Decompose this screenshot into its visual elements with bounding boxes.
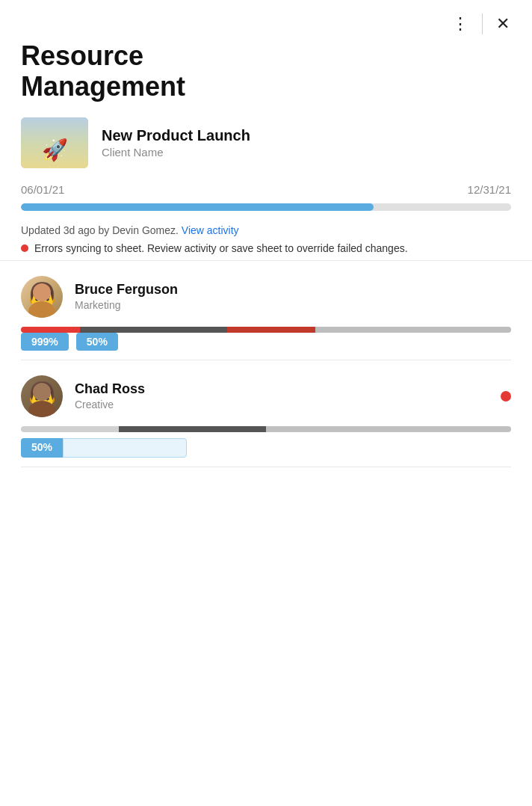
bar-seg-mdark — [119, 426, 266, 432]
project-image — [21, 117, 88, 168]
progress-bar-container — [0, 203, 532, 215]
resource-header-chad: 👨 Chad Ross Creative — [21, 375, 511, 417]
resource-management-panel: ⋮ ✕ Resource Management New Product Laun… — [0, 0, 532, 806]
error-row: Errors syncing to sheet. Review activity… — [21, 242, 511, 254]
bar-seg-red-1 — [21, 327, 80, 333]
badge-bruce-1: 999% — [21, 333, 69, 351]
resource-section: 👨 Bruce Ferguson Marketing 999% 50% — [0, 261, 532, 467]
badge-bruce-2: 50% — [76, 333, 118, 351]
date-row: 06/01/21 12/31/21 — [0, 180, 532, 203]
badge-chad-empty — [63, 438, 187, 458]
resource-item-chad: 👨 Chad Ross Creative 50% — [21, 360, 511, 467]
alloc-badges-bruce: 999% 50% — [21, 333, 511, 351]
project-name: New Product Launch — [102, 127, 250, 144]
project-info: New Product Launch Client Name — [102, 127, 250, 159]
end-date: 12/31/21 — [468, 183, 511, 196]
resource-dept-bruce: Marketing — [75, 299, 178, 311]
resource-header-bruce: 👨 Bruce Ferguson Marketing — [21, 276, 511, 318]
error-indicator-dot — [21, 244, 28, 252]
progress-track — [21, 203, 511, 211]
panel-title: Resource Management — [21, 40, 511, 102]
activity-section: Updated 3d ago by Devin Gomez. View acti… — [0, 215, 532, 261]
resource-item-bruce: 👨 Bruce Ferguson Marketing 999% 50% — [21, 261, 511, 360]
view-activity-link[interactable]: View activity — [182, 224, 239, 236]
progress-fill — [21, 203, 374, 211]
alloc-bar-bruce — [21, 327, 511, 333]
bar-seg-gray-1 — [315, 327, 511, 333]
bar-seg-dark-1 — [80, 327, 227, 333]
badge-chad-row: 50% — [21, 438, 511, 458]
resource-name-chad: Chad Ross — [75, 381, 145, 397]
bar-seg-lgray-2 — [266, 426, 511, 432]
updated-text: Updated 3d ago by Devin Gomez. — [21, 224, 179, 236]
panel-title-section: Resource Management — [0, 34, 532, 117]
project-thumbnail — [21, 117, 88, 168]
resource-info-chad: Chad Ross Creative — [75, 381, 145, 410]
more-menu-button[interactable]: ⋮ — [448, 14, 473, 34]
bar-seg-red-2 — [227, 327, 315, 333]
error-text: Errors syncing to sheet. Review activity… — [34, 242, 408, 254]
alloc-bar-chad — [21, 426, 511, 432]
header-divider — [482, 13, 483, 34]
project-client: Client Name — [102, 146, 250, 159]
header-actions: ⋮ ✕ — [0, 0, 532, 34]
resource-dept-chad: Creative — [75, 399, 145, 410]
close-button[interactable]: ✕ — [492, 14, 514, 34]
title-line1: Resource — [21, 40, 143, 71]
avatar-bruce: 👨 — [21, 276, 63, 318]
start-date: 06/01/21 — [21, 183, 64, 196]
avatar-chad: 👨 — [21, 375, 63, 417]
bar-seg-lgray-1 — [21, 426, 119, 432]
project-card: New Product Launch Client Name — [0, 117, 532, 180]
badge-chad-1: 50% — [21, 438, 63, 458]
title-line2: Management — [21, 71, 185, 102]
resource-name-bruce: Bruce Ferguson — [75, 282, 178, 298]
activity-text: Updated 3d ago by Devin Gomez. View acti… — [21, 224, 511, 236]
resource-info-bruce: Bruce Ferguson Marketing — [75, 282, 178, 311]
status-dot-chad — [501, 391, 511, 402]
